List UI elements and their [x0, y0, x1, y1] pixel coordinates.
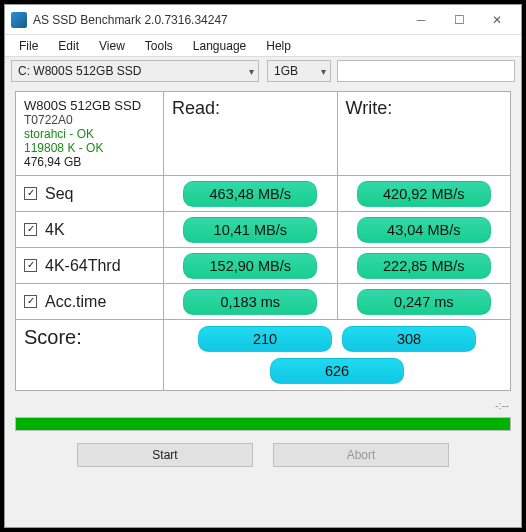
size-select[interactable]: 1GB ▾	[267, 60, 331, 82]
chevron-down-icon: ▾	[249, 66, 254, 77]
button-row: Start Abort	[5, 435, 521, 477]
abort-button[interactable]: Abort	[273, 443, 449, 467]
score-total: 626	[270, 358, 404, 384]
4k64-write-value: 222,85 MB/s	[357, 253, 491, 279]
size-select-value: 1GB	[274, 64, 298, 78]
drive-name: W800S 512GB SSD	[24, 98, 155, 113]
seq-checkbox[interactable]	[24, 187, 37, 200]
content-area: W800S 512GB SSD T0722A0 storahci - OK 11…	[5, 85, 521, 397]
menu-edit[interactable]: Edit	[48, 37, 89, 55]
menu-tools[interactable]: Tools	[135, 37, 183, 55]
progress-fill	[16, 418, 510, 430]
score-write: 308	[342, 326, 476, 352]
progress-bar	[15, 417, 511, 431]
titlebar: AS SSD Benchmark 2.0.7316.34247 ─ ☐ ✕	[5, 5, 521, 35]
drive-info-cell: W800S 512GB SSD T0722A0 storahci - OK 11…	[16, 92, 164, 176]
4k64-checkbox[interactable]	[24, 259, 37, 272]
status-time: -:--	[495, 399, 509, 411]
menu-file[interactable]: File	[9, 37, 48, 55]
score-read: 210	[198, 326, 332, 352]
drive-capacity: 476,94 GB	[24, 155, 155, 169]
table-row-seq: Seq 463,48 MB/s 420,92 MB/s	[16, 176, 511, 212]
4k-read-value: 10,41 MB/s	[183, 217, 317, 243]
drive-model: T0722A0	[24, 113, 155, 127]
close-button[interactable]: ✕	[479, 8, 515, 32]
score-row: Score: 210 308 626	[16, 320, 511, 391]
4k-checkbox[interactable]	[24, 223, 37, 236]
acctime-checkbox[interactable]	[24, 295, 37, 308]
maximize-button[interactable]: ☐	[441, 8, 477, 32]
4k64-label: 4K-64Thrd	[45, 257, 121, 275]
menu-help[interactable]: Help	[256, 37, 301, 55]
write-header: Write:	[337, 92, 511, 176]
seq-label: Seq	[45, 185, 73, 203]
seq-read-value: 463,48 MB/s	[183, 181, 317, 207]
drive-select[interactable]: C: W800S 512GB SSD ▾	[11, 60, 259, 82]
table-row-4k: 4K 10,41 MB/s 43,04 MB/s	[16, 212, 511, 248]
start-button[interactable]: Start	[77, 443, 253, 467]
app-title: AS SSD Benchmark 2.0.7316.34247	[33, 13, 403, 27]
driver-status: storahci - OK	[24, 127, 155, 141]
drive-select-value: C: W800S 512GB SSD	[18, 64, 141, 78]
seq-write-value: 420,92 MB/s	[357, 181, 491, 207]
read-header: Read:	[164, 92, 338, 176]
acctime-label: Acc.time	[45, 293, 106, 311]
acctime-write-value: 0,247 ms	[357, 289, 491, 315]
acctime-read-value: 0,183 ms	[183, 289, 317, 315]
extra-field[interactable]	[337, 60, 515, 82]
4k-write-value: 43,04 MB/s	[357, 217, 491, 243]
status-bar: -:--	[5, 397, 521, 413]
table-row-4k64: 4K-64Thrd 152,90 MB/s 222,85 MB/s	[16, 248, 511, 284]
4k-label: 4K	[45, 221, 65, 239]
minimize-button[interactable]: ─	[403, 8, 439, 32]
results-table: W800S 512GB SSD T0722A0 storahci - OK 11…	[15, 91, 511, 391]
score-cell: 210 308 626	[164, 320, 511, 391]
table-row-acctime: Acc.time 0,183 ms 0,247 ms	[16, 284, 511, 320]
alignment-status: 119808 K - OK	[24, 141, 155, 155]
menu-view[interactable]: View	[89, 37, 135, 55]
chevron-down-icon: ▾	[321, 66, 326, 77]
toolbar: C: W800S 512GB SSD ▾ 1GB ▾	[5, 57, 521, 85]
menu-bar: File Edit View Tools Language Help	[5, 35, 521, 57]
app-icon	[11, 12, 27, 28]
4k64-read-value: 152,90 MB/s	[183, 253, 317, 279]
menu-language[interactable]: Language	[183, 37, 256, 55]
app-window: AS SSD Benchmark 2.0.7316.34247 ─ ☐ ✕ Fi…	[4, 4, 522, 528]
header-row: W800S 512GB SSD T0722A0 storahci - OK 11…	[16, 92, 511, 176]
score-header-cell: Score:	[16, 320, 164, 391]
